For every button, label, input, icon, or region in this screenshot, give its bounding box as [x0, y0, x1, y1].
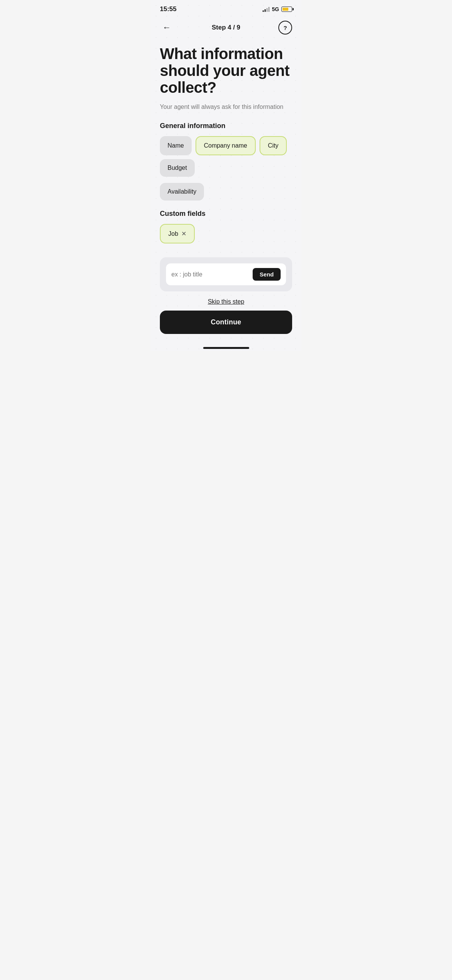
general-section-title: General information	[160, 122, 292, 130]
continue-button[interactable]: Continue	[160, 311, 292, 334]
page-title: What information should your agent colle…	[160, 45, 292, 96]
chip-city[interactable]: City	[260, 136, 287, 155]
status-time: 15:55	[160, 5, 176, 13]
custom-chips-container: Job ✕	[160, 224, 292, 251]
help-button[interactable]: ?	[278, 21, 292, 35]
general-chips-row2: Availability	[160, 183, 292, 201]
chip-job-remove-icon[interactable]: ✕	[181, 230, 186, 237]
send-button[interactable]: Send	[253, 268, 281, 281]
custom-field-input-area: Send	[160, 257, 292, 291]
custom-section: Custom fields Job ✕ Send	[160, 210, 292, 291]
bottom-actions: Skip this step Continue	[151, 291, 301, 343]
general-chips-container: Name Company name City Budget	[160, 136, 292, 177]
help-icon: ?	[283, 25, 287, 31]
custom-section-title: Custom fields	[160, 210, 292, 218]
chip-budget[interactable]: Budget	[160, 159, 195, 177]
signal-icon	[263, 7, 270, 12]
home-indicator	[151, 343, 301, 351]
network-label: 5G	[272, 6, 279, 12]
home-bar	[203, 347, 249, 349]
chip-job[interactable]: Job ✕	[160, 224, 195, 243]
status-icons: 5G	[263, 6, 292, 12]
chip-company-name[interactable]: Company name	[196, 136, 256, 155]
chip-availability[interactable]: Availability	[160, 183, 204, 201]
step-label: Step 4 / 9	[212, 24, 240, 31]
chip-name[interactable]: Name	[160, 136, 192, 155]
battery-icon	[281, 7, 292, 12]
back-button[interactable]: ←	[160, 21, 174, 35]
main-content: What information should your agent colle…	[151, 38, 301, 291]
chip-job-label: Job	[168, 230, 178, 237]
custom-field-input[interactable]	[171, 271, 249, 278]
page-subtitle: Your agent will always ask for this info…	[160, 103, 292, 111]
nav-header: ← Step 4 / 9 ?	[151, 16, 301, 38]
input-row: Send	[166, 263, 286, 285]
general-section: General information Name Company name Ci…	[160, 122, 292, 201]
back-arrow-icon: ←	[163, 23, 171, 33]
skip-link[interactable]: Skip this step	[160, 298, 292, 305]
status-bar: 15:55 5G	[151, 0, 301, 16]
